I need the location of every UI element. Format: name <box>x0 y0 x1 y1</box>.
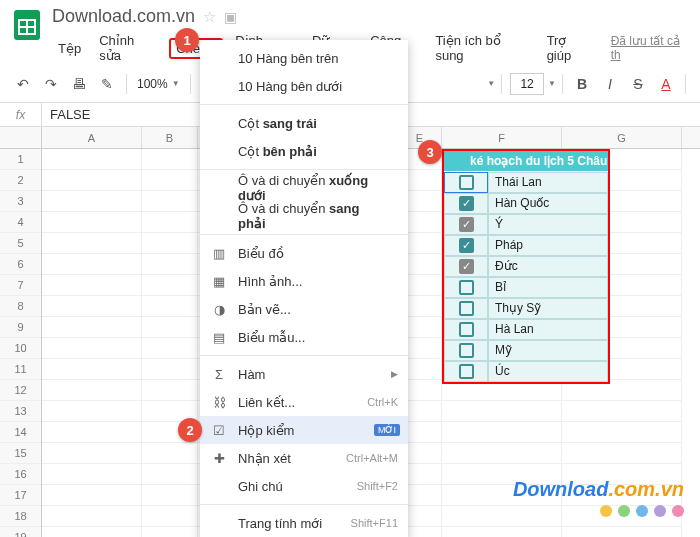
row-header[interactable]: 4 <box>0 212 41 233</box>
col-header[interactable]: B <box>142 127 198 148</box>
row-header[interactable]: 17 <box>0 485 41 506</box>
menu-chart[interactable]: ▥Biểu đồ <box>200 239 408 267</box>
zoom-select[interactable]: 100%▼ <box>133 77 184 91</box>
col-header[interactable]: F <box>442 127 562 148</box>
last-save-text[interactable]: Đã lưu tất cả th <box>611 34 690 62</box>
bold-button[interactable]: B <box>569 71 595 97</box>
value-cell[interactable]: Hàn Quốc <box>488 193 608 214</box>
row-header[interactable]: 13 <box>0 401 41 422</box>
strikethrough-button[interactable]: S <box>625 71 651 97</box>
insert-menu-dropdown: 10 Hàng bên trên 10 Hàng bên dưới Cột sa… <box>200 40 408 537</box>
print-button[interactable]: 🖶 <box>66 71 92 97</box>
folder-icon[interactable]: ▣ <box>224 9 237 25</box>
label: Ô và di chuyển sang phải <box>238 201 380 231</box>
row-header[interactable]: 9 <box>0 317 41 338</box>
checkbox-icon <box>459 175 474 190</box>
menu-checkbox[interactable]: ☑Hộp kiểmMỚI <box>200 416 408 444</box>
menu-column-left[interactable]: Cột sang trái <box>200 109 408 137</box>
menu-edit[interactable]: Chỉnh sửa <box>93 31 163 65</box>
label: 10 Hàng bên dưới <box>238 79 380 94</box>
label: Cột bên phải <box>238 144 380 159</box>
menu-rows-below[interactable]: 10 Hàng bên dưới <box>200 72 408 100</box>
menu-image[interactable]: ▦Hình ảnh... <box>200 267 408 295</box>
image-icon: ▦ <box>210 274 228 289</box>
menu-file[interactable]: Tệp <box>52 39 87 58</box>
checkbox-cell[interactable] <box>444 277 488 298</box>
annotation-1: 1 <box>175 28 199 52</box>
menu-cells-shift-right[interactable]: Ô và di chuyển sang phải <box>200 202 408 230</box>
row-headers: 12345678910111213141516171819 <box>0 149 42 537</box>
row-header[interactable]: 7 <box>0 275 41 296</box>
menu-rows-above[interactable]: 10 Hàng bên trên <box>200 44 408 72</box>
checkbox-cell[interactable] <box>444 172 488 193</box>
label: Hàm <box>238 367 380 382</box>
menu-column-right[interactable]: Cột bên phải <box>200 137 408 165</box>
value-cell[interactable]: Ý <box>488 214 608 235</box>
menu-new-sheet[interactable]: Trang tính mớiShift+F11 <box>200 509 408 537</box>
paint-format-button[interactable]: ✎ <box>94 71 120 97</box>
row-header[interactable]: 18 <box>0 506 41 527</box>
row-header[interactable]: 15 <box>0 443 41 464</box>
row-header[interactable]: 16 <box>0 464 41 485</box>
col-header[interactable]: A <box>42 127 142 148</box>
row-header[interactable]: 10 <box>0 338 41 359</box>
menu-comment[interactable]: ✚Nhận xétCtrl+Alt+M <box>200 444 408 472</box>
row-header[interactable]: 14 <box>0 422 41 443</box>
value-cell[interactable]: Úc <box>488 361 608 382</box>
row-header[interactable]: 11 <box>0 359 41 380</box>
document-title[interactable]: Download.com.vn <box>52 6 195 27</box>
value-cell[interactable]: Đức <box>488 256 608 277</box>
checkbox-cell[interactable]: ✓ <box>444 235 488 256</box>
row-header[interactable]: 8 <box>0 296 41 317</box>
checkbox-icon <box>459 343 474 358</box>
value-cell[interactable]: Mỹ <box>488 340 608 361</box>
drawing-icon: ◑ <box>210 302 228 317</box>
menu-note[interactable]: Ghi chúShift+F2 <box>200 472 408 500</box>
text-color-button[interactable]: A <box>653 71 679 97</box>
star-icon[interactable]: ☆ <box>203 8 216 26</box>
row-header[interactable]: 6 <box>0 254 41 275</box>
row-header[interactable]: 12 <box>0 380 41 401</box>
label: Cột sang trái <box>238 116 380 131</box>
italic-button[interactable]: I <box>597 71 623 97</box>
checkbox-cell[interactable] <box>444 361 488 382</box>
undo-button[interactable]: ↶ <box>10 71 36 97</box>
menu-addons[interactable]: Tiện ích bổ sung <box>429 31 534 65</box>
menu-function[interactable]: ΣHàm▶ <box>200 360 408 388</box>
value-cell[interactable]: Bỉ <box>488 277 608 298</box>
checkbox-cell[interactable] <box>444 319 488 340</box>
checkbox-icon: ✓ <box>459 259 474 274</box>
menu-drawing[interactable]: ◑Bản vẽ... <box>200 295 408 323</box>
chevron-down-icon: ▼ <box>548 79 556 88</box>
shortcut: Shift+F2 <box>357 480 398 492</box>
row-header[interactable]: 2 <box>0 170 41 191</box>
checkbox-cell[interactable] <box>444 340 488 361</box>
checkbox-cell[interactable]: ✓ <box>444 256 488 277</box>
menu-cells-shift-down[interactable]: Ô và di chuyển xuống dưới <box>200 174 408 202</box>
row-header[interactable]: 19 <box>0 527 41 537</box>
table-row: Thụy Sỹ <box>444 298 608 319</box>
redo-button[interactable]: ↷ <box>38 71 64 97</box>
row-header[interactable]: 1 <box>0 149 41 170</box>
value-cell[interactable]: Hà Lan <box>488 319 608 340</box>
table-header[interactable]: ké hoạch du lịch 5 Châu <box>444 151 608 172</box>
checkbox-icon <box>459 322 474 337</box>
sheets-logo <box>10 8 44 42</box>
checkbox-cell[interactable]: ✓ <box>444 193 488 214</box>
menu-link[interactable]: ⛓Liên kết...Ctrl+K <box>200 388 408 416</box>
checkbox-cell[interactable] <box>444 298 488 319</box>
col-header[interactable]: G <box>562 127 682 148</box>
value-cell[interactable]: Thái Lan <box>488 172 608 193</box>
checkbox-cell[interactable]: ✓ <box>444 214 488 235</box>
font-size-input[interactable]: 12 <box>510 73 544 95</box>
value-cell[interactable]: Thụy Sỹ <box>488 298 608 319</box>
value-cell[interactable]: Pháp <box>488 235 608 256</box>
row-header[interactable]: 3 <box>0 191 41 212</box>
row-header[interactable]: 5 <box>0 233 41 254</box>
new-badge: MỚI <box>374 424 400 436</box>
formula-value[interactable]: FALSE <box>42 107 90 122</box>
menu-form[interactable]: ▤Biểu mẫu... <box>200 323 408 351</box>
shortcut: Shift+F11 <box>351 517 398 529</box>
menu-help[interactable]: Trợ giúp <box>541 31 599 65</box>
shortcut: Ctrl+Alt+M <box>346 452 398 464</box>
